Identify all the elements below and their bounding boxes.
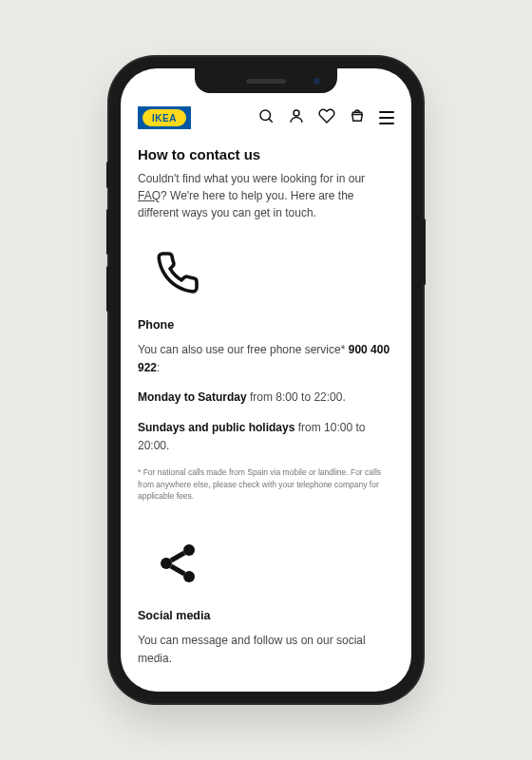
ikea-logo[interactable]: IKEA xyxy=(138,106,191,129)
phone-mute-switch xyxy=(106,162,109,188)
social-heading: Social media xyxy=(138,609,394,622)
phone-screen: IKEA xyxy=(121,68,411,692)
page-content: IKEA xyxy=(121,68,411,692)
phone-speaker xyxy=(246,79,286,84)
weekend-label: Sundays and public holidays xyxy=(138,421,294,434)
wishlist-icon[interactable] xyxy=(318,107,335,128)
svg-line-1 xyxy=(269,119,273,123)
cart-icon[interactable] xyxy=(349,107,366,128)
page-title: How to contact us xyxy=(138,146,394,162)
phone-text-prefix: You can also use our free phone service* xyxy=(138,343,349,356)
phone-power-button xyxy=(423,218,426,285)
phone-text-suffix: : xyxy=(157,361,160,374)
phone-device-frame: IKEA xyxy=(109,57,423,703)
menu-icon[interactable] xyxy=(379,111,394,124)
phone-hours-weekday: Monday to Saturday from 8:00 to 22:00. xyxy=(138,389,394,407)
intro-text-prefix: Couldn't find what you were looking for … xyxy=(138,172,365,185)
weekday-hours: from 8:00 to 22:00. xyxy=(247,390,346,404)
faq-link[interactable]: FAQ xyxy=(138,189,161,202)
intro-text-suffix: ? We're here to help you. Here are the d… xyxy=(138,189,354,219)
svg-point-4 xyxy=(183,544,195,556)
weekday-label: Monday to Saturday xyxy=(138,390,247,404)
phone-volume-down xyxy=(106,266,109,312)
ikea-logo-text: IKEA xyxy=(142,109,186,126)
search-icon[interactable] xyxy=(257,107,275,128)
svg-point-5 xyxy=(183,571,195,582)
phone-camera xyxy=(314,78,320,85)
svg-point-0 xyxy=(260,110,271,121)
svg-line-6 xyxy=(171,553,184,560)
social-body: You can message and follow us on our soc… xyxy=(138,632,394,668)
phone-service-text: You can also use our free phone service*… xyxy=(138,341,394,377)
phone-notch xyxy=(195,68,337,93)
svg-line-7 xyxy=(171,566,184,574)
header-actions xyxy=(257,107,394,128)
svg-point-3 xyxy=(161,558,172,569)
site-header: IKEA xyxy=(138,106,394,129)
account-icon[interactable] xyxy=(288,107,305,128)
phone-hours-weekend: Sundays and public holidays from 10:00 t… xyxy=(138,419,394,455)
share-icon xyxy=(155,541,394,590)
phone-volume-up xyxy=(106,209,109,255)
phone-icon xyxy=(155,250,394,299)
page-intro: Couldn't find what you were looking for … xyxy=(138,170,394,221)
phone-heading: Phone xyxy=(138,318,394,332)
svg-point-2 xyxy=(294,110,299,116)
phone-footnote: * For national calls made from Spain via… xyxy=(138,466,394,503)
